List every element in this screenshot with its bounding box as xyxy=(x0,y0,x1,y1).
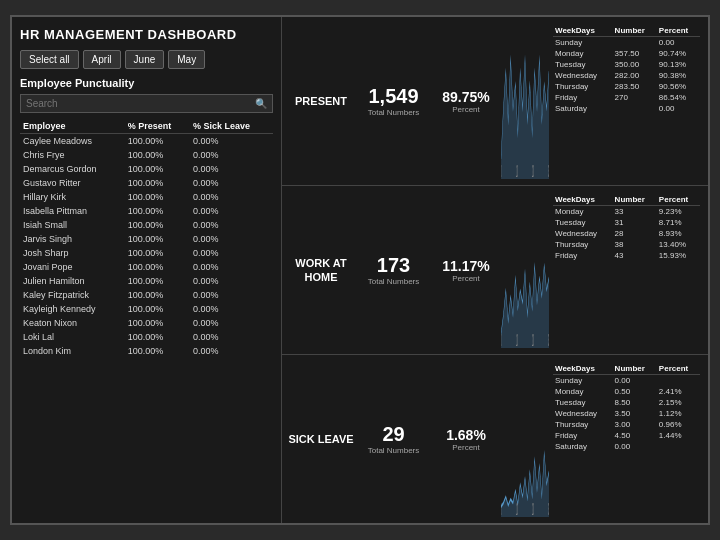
svg-text:20: 20 xyxy=(532,163,534,179)
metric-label: WORK AT HOME xyxy=(286,256,356,285)
stats-row: Thursday3813.40% xyxy=(553,239,700,250)
table-row: Isiah Small100.00%0.00% xyxy=(20,218,273,232)
stats-row: Sunday0.00 xyxy=(553,37,700,49)
svg-text:20: 20 xyxy=(532,501,534,517)
stats-row: Monday339.23% xyxy=(553,206,700,218)
chart-area: 0102030 xyxy=(501,192,549,348)
table-row: Gustavo Ritter100.00%0.00% xyxy=(20,176,273,190)
stats-row: Friday4.501.44% xyxy=(553,430,700,441)
search-icon: 🔍 xyxy=(250,95,272,112)
svg-text:10: 10 xyxy=(516,501,518,517)
metric-label: PRESENT xyxy=(295,94,347,108)
svg-text:10: 10 xyxy=(516,332,518,348)
stats-row: Saturday0.00 xyxy=(553,103,700,114)
stats-row: Thursday283.5090.56% xyxy=(553,81,700,92)
search-row: 🔍 xyxy=(20,94,273,113)
metric-percent-sub: Percent xyxy=(452,443,480,452)
stats-row: Monday0.502.41% xyxy=(553,386,700,397)
metric-big-number: 1,549 xyxy=(368,86,418,106)
table-row: Demarcus Gordon100.00%0.00% xyxy=(20,162,273,176)
metric-percent: 89.75% xyxy=(442,89,489,105)
stats-row: Wednesday3.501.12% xyxy=(553,408,700,419)
section-label: Employee Punctuality xyxy=(20,77,273,89)
chart-svg: 0102030 xyxy=(501,23,549,179)
stats-row: Saturday0.00 xyxy=(553,441,700,452)
table-row: Loki Lal100.00%0.00% xyxy=(20,330,273,344)
table-row: Jarvis Singh100.00%0.00% xyxy=(20,232,273,246)
table-row: London Kim100.00%0.00% xyxy=(20,344,273,358)
left-panel: HR MANAGEMENT DASHBOARD Select allAprilJ… xyxy=(12,17,282,523)
metric-sub-label: Total Numbers xyxy=(368,108,420,117)
svg-text:30: 30 xyxy=(548,501,549,517)
metric-row-1: WORK AT HOME173Total Numbers11.17%Percen… xyxy=(282,186,708,355)
table-row: Chris Frye100.00%0.00% xyxy=(20,148,273,162)
chart-area: 0102030 xyxy=(501,361,549,517)
svg-text:30: 30 xyxy=(548,163,549,179)
filter-btn-may[interactable]: May xyxy=(168,50,205,69)
stats-row: Sunday0.00 xyxy=(553,375,700,387)
table-row: Keaton Nixon100.00%0.00% xyxy=(20,316,273,330)
table-row: Kaley Fitzpatrick100.00%0.00% xyxy=(20,288,273,302)
table-row: Isabella Pittman100.00%0.00% xyxy=(20,204,273,218)
stats-table: WeekDaysNumberPercentSunday0.00Monday357… xyxy=(553,25,700,114)
right-panel: PRESENT1,549Total Numbers89.75%Percent01… xyxy=(282,17,708,523)
metric-percent: 11.17% xyxy=(442,258,489,274)
col-sick: % Sick Leave xyxy=(190,119,273,134)
employee-table-scroll: Employee % Present % Sick Leave Caylee M… xyxy=(20,119,273,513)
chart-svg: 0102030 xyxy=(501,192,549,348)
filter-btn-april[interactable]: April xyxy=(83,50,121,69)
stats-row: Tuesday8.502.15% xyxy=(553,397,700,408)
employee-table-body: Caylee Meadows100.00%0.00%Chris Frye100.… xyxy=(20,134,273,359)
chart-area: 0102030 xyxy=(501,23,549,179)
stats-row: Tuesday350.0090.13% xyxy=(553,59,700,70)
metric-big-number: 29 xyxy=(382,424,404,444)
filter-btn-june[interactable]: June xyxy=(125,50,165,69)
metric-label: SICK LEAVE xyxy=(288,432,353,446)
table-row: Kayleigh Kennedy100.00%0.00% xyxy=(20,302,273,316)
table-row: Jovani Pope100.00%0.00% xyxy=(20,260,273,274)
stats-table: WeekDaysNumberPercentSunday0.00Monday0.5… xyxy=(553,363,700,452)
search-input[interactable] xyxy=(21,95,250,112)
stats-table-block: WeekDaysNumberPercentSunday0.00Monday0.5… xyxy=(549,361,704,517)
table-row: Caylee Meadows100.00%0.00% xyxy=(20,134,273,149)
stats-row: Monday357.5090.74% xyxy=(553,48,700,59)
svg-text:0: 0 xyxy=(501,501,502,517)
dashboard-title: HR MANAGEMENT DASHBOARD xyxy=(20,27,273,42)
col-present: % Present xyxy=(125,119,190,134)
stats-row: Wednesday282.0090.38% xyxy=(553,70,700,81)
stats-row: Tuesday318.71% xyxy=(553,217,700,228)
stats-row: Wednesday288.93% xyxy=(553,228,700,239)
employee-table-header: Employee % Present % Sick Leave xyxy=(20,119,273,134)
table-row: Hillary Kirk100.00%0.00% xyxy=(20,190,273,204)
col-employee: Employee xyxy=(20,119,125,134)
svg-text:0: 0 xyxy=(501,332,502,348)
svg-text:10: 10 xyxy=(516,163,518,179)
metric-row-2: SICK LEAVE29Total Numbers1.68%Percent010… xyxy=(282,355,708,523)
svg-text:30: 30 xyxy=(548,332,549,348)
svg-text:20: 20 xyxy=(532,332,534,348)
filter-btn-select-all[interactable]: Select all xyxy=(20,50,79,69)
table-row: Josh Sharp100.00%0.00% xyxy=(20,246,273,260)
stats-row: Thursday3.000.96% xyxy=(553,419,700,430)
chart-svg: 0102030 xyxy=(501,361,549,517)
metric-sub-label: Total Numbers xyxy=(368,277,420,286)
svg-text:0: 0 xyxy=(501,163,502,179)
metric-row-0: PRESENT1,549Total Numbers89.75%Percent01… xyxy=(282,17,708,186)
employee-table: Employee % Present % Sick Leave Caylee M… xyxy=(20,119,273,358)
metric-sub-label: Total Numbers xyxy=(368,446,420,455)
stats-table-block: WeekDaysNumberPercentSunday0.00Monday357… xyxy=(549,23,704,179)
metric-percent-sub: Percent xyxy=(452,274,480,283)
stats-row: Friday27086.54% xyxy=(553,92,700,103)
stats-table: WeekDaysNumberPercentMonday339.23%Tuesda… xyxy=(553,194,700,261)
dashboard-frame: HR MANAGEMENT DASHBOARD Select allAprilJ… xyxy=(10,15,710,525)
metric-big-number: 173 xyxy=(377,255,410,275)
stats-row: Friday4315.93% xyxy=(553,250,700,261)
stats-table-block: WeekDaysNumberPercentMonday339.23%Tuesda… xyxy=(549,192,704,348)
table-row: Julien Hamilton100.00%0.00% xyxy=(20,274,273,288)
metric-percent: 1.68% xyxy=(446,427,486,443)
filter-buttons: Select allAprilJuneMay xyxy=(20,50,273,69)
metric-percent-sub: Percent xyxy=(452,105,480,114)
